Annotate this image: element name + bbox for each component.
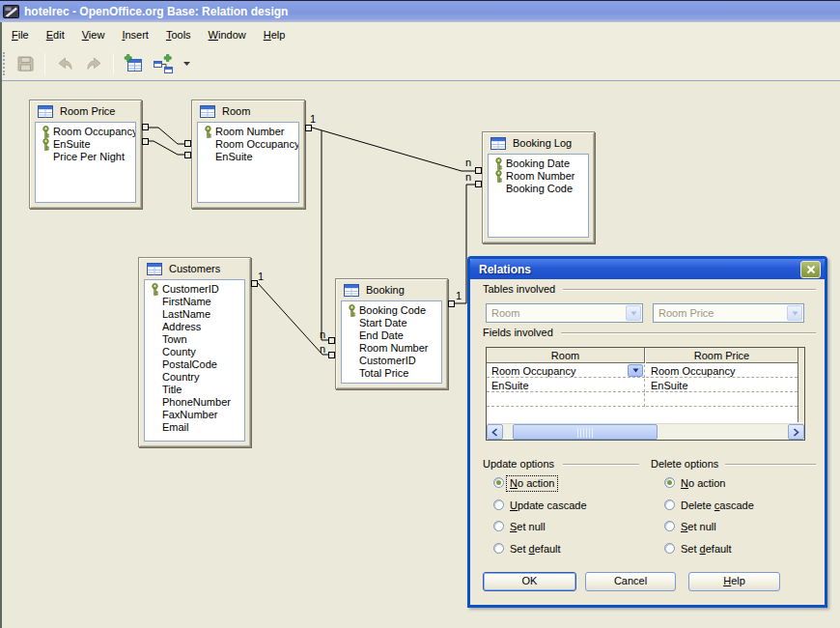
menu-item-window[interactable]: Window bbox=[200, 25, 255, 44]
cancel-button[interactable]: Cancel bbox=[585, 572, 676, 591]
menu-item-insert[interactable]: Insert bbox=[113, 25, 157, 44]
table-field-phonenumber[interactable]: PhoneNumber bbox=[145, 396, 244, 409]
radio-option-no-action[interactable]: No action bbox=[470, 477, 830, 491]
table-box-room[interactable]: RoomRoom NumberRoom OccupancyEnSuite bbox=[191, 100, 305, 209]
fields-table-hscrollbar[interactable] bbox=[487, 423, 804, 440]
table-box-customers[interactable]: CustomersCustomerIDFirstNameLastNameAddr… bbox=[138, 257, 251, 447]
radio-option-delete-cascade[interactable]: Delete cascade bbox=[470, 500, 830, 513]
table-field-firstname[interactable]: FirstName bbox=[145, 296, 244, 308]
table-title-bar[interactable]: Booking Log bbox=[483, 132, 594, 154]
toolbar-grip[interactable] bbox=[3, 52, 8, 75]
table-field-room-number[interactable]: Room Number bbox=[198, 126, 298, 138]
fields-cell-room[interactable] bbox=[487, 393, 645, 407]
field-label: Room Occupancy bbox=[53, 126, 136, 138]
scroll-left-button[interactable] bbox=[487, 424, 503, 440]
table-field-customerid[interactable]: CustomerID bbox=[342, 355, 441, 367]
radio-label: Set null bbox=[678, 520, 719, 534]
table-field-customerid[interactable]: CustomerID bbox=[145, 283, 244, 296]
table-field-room-occupancy[interactable]: Room Occupancy bbox=[36, 126, 135, 138]
table-field-list: Room OccupancyEnSuitePrice Per Night bbox=[35, 122, 136, 203]
menu-item-help[interactable]: Help bbox=[255, 25, 294, 44]
menu-item-file[interactable]: File bbox=[3, 25, 38, 44]
window-left-edge bbox=[0, 22, 2, 628]
toolbar-options-button[interactable] bbox=[179, 51, 194, 76]
table-field-ensuite[interactable]: EnSuite bbox=[198, 151, 298, 163]
fields-table-right-spacer bbox=[798, 348, 804, 422]
help-button[interactable]: Help bbox=[688, 572, 780, 591]
scrollbar-thumb[interactable] bbox=[513, 424, 658, 440]
dialog-close-button[interactable] bbox=[800, 261, 821, 278]
cardinality-label: 1 bbox=[258, 271, 264, 282]
menu-item-edit[interactable]: Edit bbox=[38, 25, 73, 44]
table-field-end-date[interactable]: End Date bbox=[342, 329, 441, 342]
table-field-ensuite[interactable]: EnSuite bbox=[36, 138, 135, 151]
table-field-country[interactable]: Country bbox=[145, 371, 244, 384]
table-field-title[interactable]: Title bbox=[145, 384, 244, 396]
fields-cell-room[interactable]: Room Occupancy bbox=[487, 364, 645, 378]
table-title-bar[interactable]: Room bbox=[192, 100, 304, 122]
table-field-faxnumber[interactable]: FaxNumber bbox=[145, 409, 244, 421]
table-field-booking-date[interactable]: Booking Date bbox=[489, 157, 588, 170]
radio-option-set-default[interactable]: Set default bbox=[470, 543, 830, 557]
fields-cell-room-price[interactable]: Room Occupancy bbox=[646, 364, 798, 378]
radio-button[interactable] bbox=[664, 543, 675, 554]
relation-endpoint bbox=[185, 141, 191, 147]
relation-line-room-bookinglog[interactable] bbox=[312, 128, 475, 171]
table-title-bar[interactable]: Room Price bbox=[30, 100, 141, 122]
fields-cell-room-price[interactable] bbox=[646, 393, 798, 407]
radio-label: Delete cascade bbox=[678, 499, 757, 513]
table-field-county[interactable]: County bbox=[145, 346, 244, 358]
relation-endpoint bbox=[252, 281, 258, 287]
menu-item-view[interactable]: View bbox=[73, 25, 114, 44]
table-field-start-date[interactable]: Start Date bbox=[342, 317, 441, 329]
table-field-total-price[interactable]: Total Price bbox=[342, 367, 441, 380]
table-field-room-number[interactable]: Room Number bbox=[342, 342, 441, 355]
fields-cell-room-price[interactable]: EnSuite bbox=[646, 379, 798, 392]
radio-button[interactable] bbox=[664, 521, 675, 531]
relation-line-roomprice-room-ensuite[interactable] bbox=[149, 141, 184, 155]
close-icon bbox=[806, 265, 816, 274]
table-icon bbox=[38, 105, 53, 118]
table-box-booking-log[interactable]: Booking LogBooking DateRoom NumberBookin… bbox=[482, 131, 595, 243]
table-field-town[interactable]: Town bbox=[145, 333, 244, 346]
fields-cell-room[interactable]: EnSuite bbox=[487, 379, 645, 392]
table-field-room-number[interactable]: Room Number bbox=[489, 170, 588, 183]
table-name: Booking Log bbox=[513, 137, 572, 149]
table-field-email[interactable]: Email bbox=[145, 421, 244, 434]
field-label: Booking Date bbox=[506, 157, 570, 170]
table-field-address[interactable]: Address bbox=[145, 321, 244, 333]
table-box-booking[interactable]: BookingBooking CodeStart DateEnd DateRoo… bbox=[335, 278, 448, 389]
table-field-booking-code[interactable]: Booking Code bbox=[489, 183, 588, 195]
relation-line-room-booking[interactable] bbox=[322, 130, 328, 340]
dialog-title-bar[interactable]: Relations bbox=[470, 259, 825, 279]
table-field-list: Booking DateRoom NumberBooking Code bbox=[488, 154, 589, 238]
relation-endpoint bbox=[143, 125, 149, 130]
cell-dropdown-button[interactable] bbox=[628, 364, 643, 377]
table-field-postalcode[interactable]: PostalCode bbox=[145, 358, 244, 371]
table-field-lastname[interactable]: LastName bbox=[145, 308, 244, 321]
scroll-right-button[interactable] bbox=[788, 424, 804, 440]
redo-icon bbox=[85, 55, 103, 72]
radio-button[interactable] bbox=[664, 477, 675, 488]
menu-item-tools[interactable]: Tools bbox=[157, 25, 200, 44]
cardinality-label: 1 bbox=[456, 291, 462, 301]
fields-table-row: Room OccupancyRoom Occupancy bbox=[487, 364, 798, 379]
add-table-button[interactable] bbox=[121, 51, 146, 76]
primary-key-icon bbox=[494, 157, 503, 170]
table-box-room-price[interactable]: Room PriceRoom OccupancyEnSuitePrice Per… bbox=[29, 100, 142, 209]
table-field-price-per-night[interactable]: Price Per Night bbox=[36, 151, 135, 163]
radio-option-set-null[interactable]: Set null bbox=[470, 521, 830, 534]
relation-line-roomprice-room-occupancy[interactable] bbox=[149, 128, 184, 144]
radio-button[interactable] bbox=[664, 500, 675, 510]
table-field-booking-code[interactable]: Booking Code bbox=[342, 304, 441, 317]
field-label: PhoneNumber bbox=[162, 396, 231, 409]
table-field-room-occupancy[interactable]: Room Occupancy bbox=[198, 138, 298, 151]
ok-button[interactable]: OK bbox=[483, 572, 576, 591]
field-label: Address bbox=[162, 321, 201, 333]
field-label: Booking Code bbox=[359, 304, 426, 317]
table-title-bar[interactable]: Booking bbox=[336, 279, 447, 300]
relation-line-customers-booking[interactable] bbox=[258, 283, 328, 355]
table-title-bar[interactable]: Customers bbox=[139, 258, 250, 279]
table-combo-right-value: Room Price bbox=[658, 307, 714, 319]
new-relation-button[interactable] bbox=[150, 51, 175, 76]
